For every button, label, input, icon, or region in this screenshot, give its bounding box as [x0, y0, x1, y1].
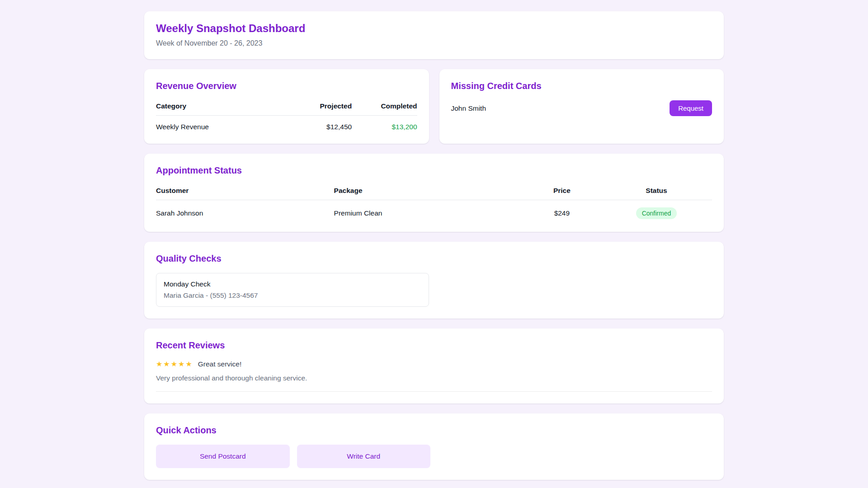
appointment-status-cell: Confirmed	[601, 200, 712, 221]
review-headline: Great service!	[198, 360, 241, 368]
appointments-table: Customer Package Price Status Sarah John…	[156, 185, 712, 220]
quick-actions-row: Send Postcard Write Card	[156, 445, 712, 468]
status-badge: Confirmed	[636, 207, 677, 219]
list-item: John Smith Request	[451, 100, 712, 116]
quality-checks-list: Monday Check Maria Garcia - (555) 123-45…	[156, 273, 712, 307]
list-item: Monday Check Maria Garcia - (555) 123-45…	[156, 273, 429, 307]
appointments-col-package: Package	[334, 185, 523, 200]
revenue-col-category: Category	[156, 100, 274, 116]
recent-reviews-title: Recent Reviews	[156, 340, 712, 351]
write-card-button[interactable]: Write Card	[297, 445, 431, 468]
appointments-col-price: Price	[523, 185, 601, 200]
list-item: ★★★★★ Great service! Very professional a…	[156, 360, 712, 392]
customer-name: John Smith	[451, 104, 486, 113]
revenue-table: Category Projected Completed Weekly Reve…	[156, 100, 417, 132]
quick-actions-card: Quick Actions Send Postcard Write Card	[144, 413, 724, 480]
check-contact: Maria Garcia - (555) 123-4567	[164, 291, 421, 300]
table-row: Sarah Johnson Premium Clean $249 Confirm…	[156, 200, 712, 221]
dashboard-container: Weekly Snapshot Dashboard Week of Novemb…	[144, 0, 724, 480]
table-row: Weekly Revenue $12,450 $13,200	[156, 116, 417, 132]
appointment-status-card: Appointment Status Customer Package Pric…	[144, 154, 724, 232]
header-card: Weekly Snapshot Dashboard Week of Novemb…	[144, 11, 724, 59]
star-rating-icon: ★★★★★	[156, 360, 193, 368]
revenue-header-row: Category Projected Completed	[156, 100, 417, 116]
revenue-overview-card: Revenue Overview Category Projected Comp…	[144, 69, 429, 144]
appointment-customer-cell: Sarah Johnson	[156, 200, 334, 221]
revenue-col-projected: Projected	[274, 100, 352, 116]
quality-checks-card: Quality Checks Monday Check Maria Garcia…	[144, 242, 724, 319]
quality-checks-title: Quality Checks	[156, 253, 712, 264]
appointment-package-cell: Premium Clean	[334, 200, 523, 221]
appointment-status-title: Appointment Status	[156, 165, 712, 176]
revenue-category-cell: Weekly Revenue	[156, 116, 274, 132]
check-name: Monday Check	[164, 280, 421, 288]
appointment-price-cell: $249	[523, 200, 601, 221]
recent-reviews-card: Recent Reviews ★★★★★ Great service! Very…	[144, 328, 724, 404]
top-cards-row: Revenue Overview Category Projected Comp…	[144, 69, 724, 144]
review-body: Very professional and thorough cleaning …	[156, 374, 712, 382]
appointments-col-status: Status	[601, 185, 712, 200]
appointments-header-row: Customer Package Price Status	[156, 185, 712, 200]
revenue-projected-cell: $12,450	[274, 116, 352, 132]
request-card-button[interactable]: Request	[670, 100, 712, 116]
revenue-col-completed: Completed	[352, 100, 417, 116]
review-header: ★★★★★ Great service!	[156, 360, 712, 368]
missing-credit-cards-title: Missing Credit Cards	[451, 81, 712, 91]
revenue-completed-cell: $13,200	[352, 116, 417, 132]
missing-credit-cards-card: Missing Credit Cards John Smith Request	[439, 69, 724, 144]
revenue-overview-title: Revenue Overview	[156, 81, 417, 91]
quick-actions-title: Quick Actions	[156, 425, 712, 436]
appointments-col-customer: Customer	[156, 185, 334, 200]
send-postcard-button[interactable]: Send Postcard	[156, 445, 290, 468]
page-subtitle: Week of November 20 - 26, 2023	[156, 39, 712, 47]
page-title: Weekly Snapshot Dashboard	[156, 22, 712, 35]
